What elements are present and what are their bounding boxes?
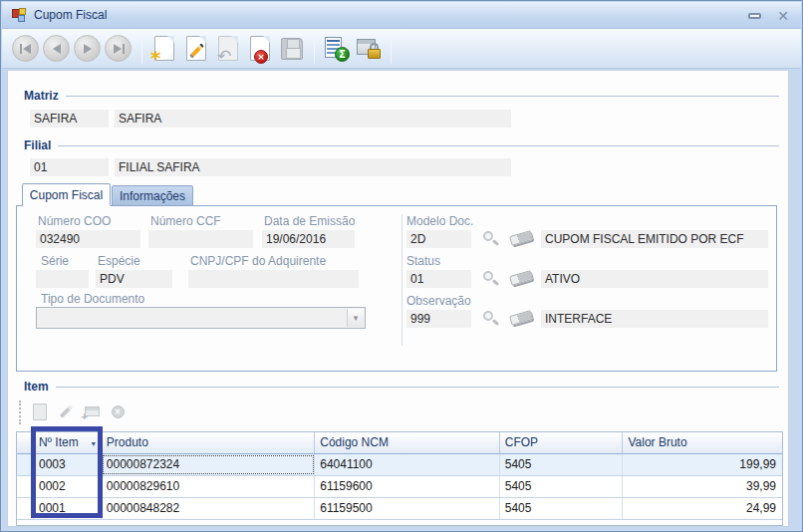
modelo-doc-eraser-icon[interactable] xyxy=(509,228,535,246)
status-code-field: 01 xyxy=(406,270,471,288)
nav-previous-icon[interactable] xyxy=(43,35,70,62)
toolbar-separator xyxy=(314,34,315,64)
undo-icon[interactable]: ↶ xyxy=(212,33,244,65)
data-emissao-label: Data de Emissão xyxy=(264,214,355,228)
table-row[interactable]: 0002 00000829610 61159600 5405 39,99 xyxy=(17,476,782,498)
especie-field: PDV xyxy=(96,270,172,288)
table-row[interactable]: 0001 00000848282 61159500 5405 24,99 xyxy=(17,498,782,520)
matriz-group-header: Matriz xyxy=(24,89,779,103)
chevron-down-icon: ▾ xyxy=(347,309,364,327)
row-header-cell[interactable] xyxy=(17,498,34,519)
main-toolbar: * ↶ × Σ xyxy=(2,29,801,69)
cell-no-item[interactable]: 0002 xyxy=(34,476,102,497)
filial-group-header: Filial xyxy=(24,138,779,152)
tab-cupom-fiscal[interactable]: Cupom Fiscal xyxy=(22,183,111,206)
matriz-name-field: SAFIRA xyxy=(115,110,511,128)
save-icon[interactable] xyxy=(276,33,308,65)
cell-no-item[interactable]: 0003 xyxy=(34,454,102,475)
item-group-header: Item xyxy=(24,380,779,394)
item-label: Item xyxy=(24,380,49,394)
serie-label: Série xyxy=(41,254,69,268)
cnpj-cpf-field xyxy=(188,270,359,288)
cell-cfop[interactable]: 5405 xyxy=(500,476,624,497)
cell-produto[interactable]: 00000848282 xyxy=(102,498,315,519)
edit-item-icon[interactable] xyxy=(56,401,76,421)
status-search-icon[interactable] xyxy=(479,270,503,288)
grid-header-row: Nº Item ▾ Produto Código NCM CFOP Valor … xyxy=(17,432,782,454)
column-header-produto[interactable]: Produto xyxy=(102,432,315,453)
observacao-eraser-icon[interactable] xyxy=(509,308,535,326)
nav-next-icon[interactable] xyxy=(74,35,101,62)
status-label: Status xyxy=(406,254,440,268)
modelo-doc-search-icon[interactable] xyxy=(479,230,503,248)
row-header-cell[interactable] xyxy=(17,454,34,475)
modelo-doc-description-field: CUPOM FISCAL EMITIDO POR ECF xyxy=(541,230,768,248)
modelo-doc-code-field: 2D xyxy=(406,230,471,248)
filial-code-field: 01 xyxy=(30,158,109,176)
row-header-column xyxy=(17,432,34,453)
delete-item-icon[interactable]: × xyxy=(108,401,128,421)
cupom-fiscal-panel: Número COO Número CCF Data de Emissão 03… xyxy=(16,205,777,372)
form-content: Matriz SAFIRA SAFIRA Filial 01 FILIAL SA… xyxy=(7,70,789,527)
table-row[interactable]: 0003 00000872324 64041100 5405 199,99 xyxy=(17,454,782,476)
new-record-icon[interactable]: * xyxy=(148,33,180,65)
toolbar-separator xyxy=(391,34,392,64)
observacao-search-icon[interactable] xyxy=(479,310,503,328)
cell-cfop[interactable]: 5405 xyxy=(500,454,624,475)
cell-codigo-ncm[interactable]: 61159500 xyxy=(315,498,500,519)
toolbar-grip[interactable] xyxy=(19,400,21,424)
numero-ccf-label: Número CCF xyxy=(150,214,221,228)
cnpj-cpf-label: CNPJ/CPF do Adquirente xyxy=(190,254,326,268)
observacao-label: Observação xyxy=(406,294,471,308)
toolbar-separator xyxy=(141,34,142,64)
minimize-icon[interactable] xyxy=(748,13,761,19)
numero-coo-field: 032490 xyxy=(36,230,140,248)
panel-divider xyxy=(402,214,402,346)
observacao-code-field: 999 xyxy=(406,310,471,328)
status-description-field: ATIVO xyxy=(541,270,768,288)
app-icon xyxy=(11,7,27,23)
column-header-cfop[interactable]: CFOP xyxy=(500,432,624,453)
column-header-no-item[interactable]: Nº Item ▾ xyxy=(34,432,102,453)
close-icon[interactable]: ✕ xyxy=(777,9,789,23)
cell-valor-bruto[interactable]: 199,99 xyxy=(623,454,782,475)
cell-produto[interactable]: 00000872324 xyxy=(102,454,315,475)
observacao-description-field: INTERFACE xyxy=(541,310,768,328)
filial-rule xyxy=(58,145,779,146)
export-excel-icon[interactable]: Σ xyxy=(321,33,353,65)
edit-record-icon[interactable] xyxy=(180,33,212,65)
matriz-code-field: SAFIRA xyxy=(30,110,109,128)
serie-field xyxy=(36,270,89,288)
cell-valor-bruto[interactable]: 39,99 xyxy=(623,476,782,497)
modelo-doc-label: Modelo Doc. xyxy=(406,214,473,228)
tipo-documento-select[interactable]: ▾ xyxy=(36,307,366,329)
tab-informacoes[interactable]: Informações xyxy=(112,185,193,206)
cell-no-item[interactable]: 0001 xyxy=(34,498,102,519)
delete-record-icon[interactable]: × xyxy=(244,33,276,65)
sort-desc-icon: ▾ xyxy=(92,439,96,448)
data-emissao-field: 19/06/2016 xyxy=(262,230,355,248)
cell-codigo-ncm[interactable]: 64041100 xyxy=(315,454,500,475)
column-header-valor-bruto[interactable]: Valor Bruto xyxy=(623,432,782,453)
filial-name-field: FILIAL SAFIRA xyxy=(115,158,511,176)
row-header-cell[interactable] xyxy=(17,476,34,497)
window-title: Cupom Fiscal xyxy=(34,8,107,22)
security-lock-icon[interactable] xyxy=(353,33,385,65)
item-rule xyxy=(56,387,779,388)
nav-last-icon[interactable] xyxy=(105,35,132,62)
especie-label: Espécie xyxy=(98,254,140,268)
cell-cfop[interactable]: 5405 xyxy=(500,498,624,519)
nav-first-icon[interactable] xyxy=(12,35,39,62)
cell-valor-bruto[interactable]: 24,99 xyxy=(623,498,782,519)
title-bar: Cupom Fiscal ✕ xyxy=(2,2,801,29)
new-item-icon[interactable] xyxy=(30,401,50,421)
matriz-rule xyxy=(66,96,779,97)
filial-label: Filial xyxy=(24,138,51,152)
cell-produto[interactable]: 00000829610 xyxy=(102,476,315,497)
insert-item-icon[interactable] xyxy=(82,401,102,421)
cell-codigo-ncm[interactable]: 61159600 xyxy=(315,476,500,497)
column-header-codigo-ncm[interactable]: Código NCM xyxy=(315,432,500,453)
numero-coo-label: Número COO xyxy=(38,214,111,228)
status-eraser-icon[interactable] xyxy=(509,268,535,286)
tipo-documento-label: Tipo de Documento xyxy=(41,292,144,306)
